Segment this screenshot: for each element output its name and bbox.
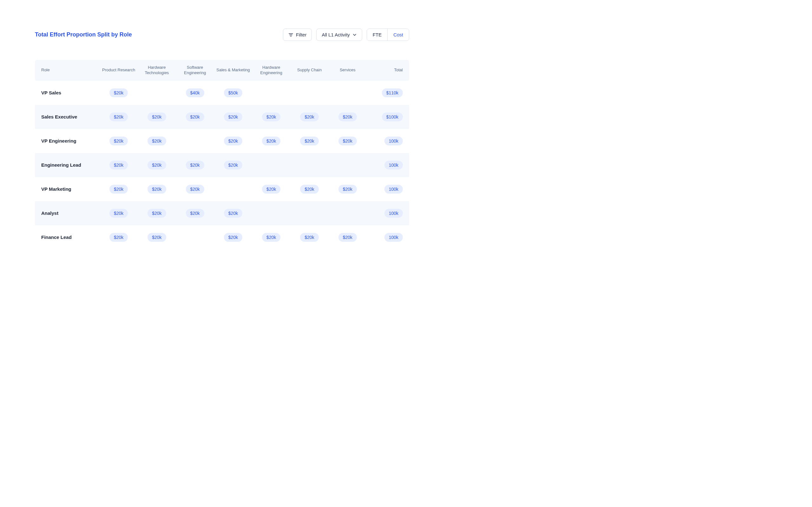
value-cell: $20k (253, 185, 289, 193)
col-sales-marketing: Sales & Marketing (215, 67, 251, 73)
value-pill: $20k (300, 233, 318, 242)
value-cell: $20k (139, 209, 174, 218)
value-pill: $20k (148, 233, 166, 242)
metric-toggle: FTE Cost (367, 29, 409, 41)
value-pill: $20k (339, 233, 357, 242)
value-pill: $20k (186, 112, 204, 121)
value-pill: $20k (300, 112, 318, 121)
table-row: VP Sales$20k$40k$50k$110k (35, 81, 409, 105)
table-row: VP Marketing$20k$20k$20k$20k$20k$20k100k (35, 177, 409, 201)
page-title: Total Effort Proportion Split by Role (35, 32, 132, 38)
value-cell: $20k (101, 185, 136, 193)
total-cell: 100k (368, 136, 403, 146)
value-pill: $20k (109, 89, 128, 97)
role-name: VP Marketing (41, 186, 98, 192)
value-cell: $20k (177, 161, 213, 170)
value-pill: $20k (109, 136, 128, 146)
col-role: Role (41, 67, 98, 73)
value-cell: $20k (330, 112, 365, 121)
col-total: Total (368, 67, 403, 73)
header-controls: Filter All L1 Activity FTE Cost (283, 29, 409, 41)
activity-label: All L1 Activity (322, 32, 350, 38)
total-cell: $100k (368, 112, 403, 121)
value-cell: $20k (330, 185, 365, 193)
role-name: Analyst (41, 210, 98, 216)
value-cell: $20k (101, 233, 136, 242)
value-pill: $20k (109, 209, 128, 218)
value-cell: $50k (215, 89, 251, 97)
col-services: Services (330, 67, 365, 73)
value-pill: $20k (300, 185, 318, 193)
value-cell: $40k (177, 89, 213, 97)
value-cell: $20k (330, 136, 365, 146)
value-pill: $20k (148, 185, 166, 193)
role-name: VP Sales (41, 90, 98, 95)
filter-button[interactable]: Filter (283, 29, 312, 41)
value-cell: $20k (139, 161, 174, 170)
toggle-cost[interactable]: Cost (388, 29, 409, 41)
value-pill: $20k (186, 185, 204, 193)
value-cell: $20k (215, 112, 251, 121)
value-pill: $20k (262, 185, 281, 193)
value-cell: $20k (139, 112, 174, 121)
value-cell: $20k (177, 185, 213, 193)
table-row: VP Engineering$20k$20k$20k$20k$20k$20k10… (35, 129, 409, 153)
value-cell: $20k (215, 233, 251, 242)
filter-icon (288, 32, 293, 38)
value-cell: $20k (292, 185, 327, 193)
value-cell: $20k (139, 233, 174, 242)
value-cell: $20k (177, 112, 213, 121)
total-pill: 100k (385, 209, 403, 218)
role-name: Sales Executive (41, 114, 98, 119)
value-pill: $20k (186, 209, 204, 218)
value-cell: $20k (253, 112, 289, 121)
total-pill: 100k (385, 185, 403, 193)
page-header: Total Effort Proportion Split by Role Fi… (35, 29, 409, 41)
value-pill: $20k (148, 161, 166, 170)
total-pill: $110k (382, 89, 403, 97)
value-pill: $20k (148, 209, 166, 218)
value-pill: $20k (224, 233, 242, 242)
value-pill: $20k (148, 112, 166, 121)
value-cell: $20k (101, 161, 136, 170)
value-pill: $20k (224, 136, 242, 146)
value-pill: $20k (262, 233, 281, 242)
role-name: Engineering Lead (41, 162, 98, 168)
value-cell: $20k (215, 161, 251, 170)
value-cell: $20k (330, 233, 365, 242)
total-cell: 100k (368, 233, 403, 242)
value-cell: $20k (292, 233, 327, 242)
table-row: Engineering Lead$20k$20k$20k$20k100k (35, 153, 409, 177)
col-supply-chain: Supply Chain (292, 67, 327, 73)
value-pill: $20k (148, 136, 166, 146)
activity-dropdown[interactable]: All L1 Activity (316, 29, 362, 41)
value-cell: $20k (292, 112, 327, 121)
total-cell: 100k (368, 209, 403, 218)
value-cell: $20k (101, 112, 136, 121)
value-cell: $20k (253, 136, 289, 146)
col-software-engineering: Software Engineering (177, 65, 213, 76)
value-pill: $20k (109, 233, 128, 242)
value-pill: $20k (262, 112, 281, 121)
value-cell: $20k (101, 89, 136, 97)
total-pill: 100k (385, 136, 403, 146)
total-pill: 100k (385, 161, 403, 170)
value-pill: $20k (186, 161, 204, 170)
effort-table: Role Product Research Hardware Technolog… (35, 60, 409, 249)
total-pill: $100k (382, 112, 403, 121)
table-row: Analyst$20k$20k$20k$20k100k (35, 201, 409, 225)
value-cell: $20k (292, 136, 327, 146)
chevron-down-icon (352, 33, 357, 37)
table-row: Sales Executive$20k$20k$20k$20k$20k$20k$… (35, 105, 409, 129)
value-pill: $20k (300, 136, 318, 146)
table-body: VP Sales$20k$40k$50k$110kSales Executive… (35, 81, 409, 249)
value-cell: $20k (177, 209, 213, 218)
total-pill: 100k (385, 233, 403, 242)
col-hardware-engineering: Hardware Engineering (253, 65, 289, 76)
toggle-fte[interactable]: FTE (367, 29, 388, 41)
value-pill: $20k (339, 136, 357, 146)
table-row: Finance Lead$20k$20k$20k$20k$20k$20k100k (35, 225, 409, 249)
total-cell: $110k (368, 89, 403, 97)
role-name: VP Engineering (41, 138, 98, 144)
value-pill: $20k (224, 161, 242, 170)
